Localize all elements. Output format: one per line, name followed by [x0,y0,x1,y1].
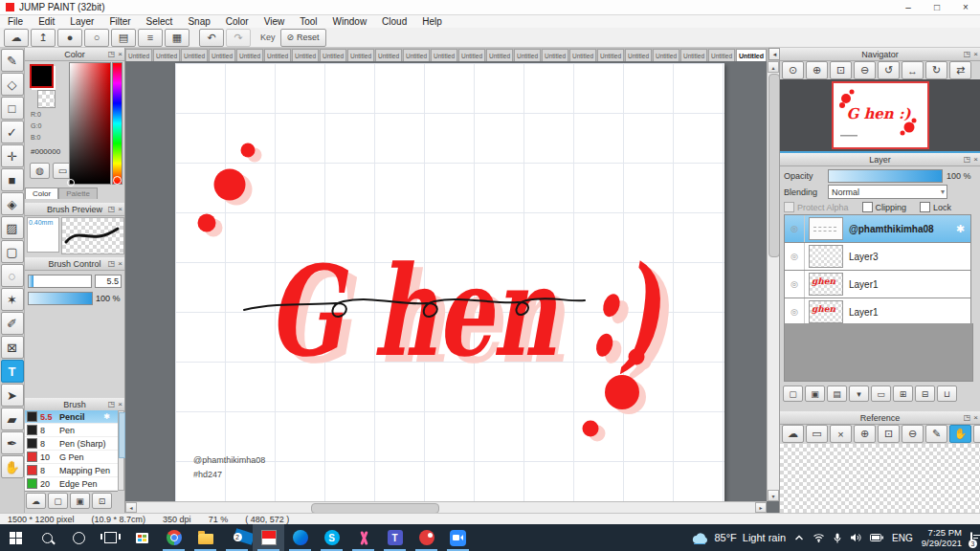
merge-layer-button[interactable]: ⊟ [915,386,935,402]
document-tab[interactable]: Untitled [514,49,541,61]
magic-wand-tool[interactable]: ✶ [1,288,24,311]
lock-checkbox[interactable]: Lock [920,202,951,212]
eraser-tool[interactable]: ◇ [1,73,24,96]
menu-item[interactable]: Cloud [374,16,414,27]
nav-zoom-in-button[interactable]: ⊕ [806,61,828,79]
rect-tool[interactable]: □ [1,97,24,120]
add-1bit-layer-button[interactable]: ▤ [827,386,847,402]
hand-tool[interactable]: ✋ [1,455,24,478]
close-icon[interactable]: × [973,155,978,164]
brush-pen-sharp[interactable]: 8 Pen (Sharp) ✱ [25,437,118,451]
scroll-left-icon[interactable]: ◂ [125,502,137,513]
scroll-right-icon[interactable]: ▸ [755,502,767,513]
nav-flip-button[interactable]: ⇄ [949,61,971,79]
ref-rotate-button[interactable]: ↻ [973,425,980,443]
foreground-color-swatch[interactable] [30,64,54,88]
menu-item[interactable]: Window [325,16,375,27]
document-tab[interactable]: Untitled [292,49,319,61]
document-tab[interactable]: Untitled [569,49,596,61]
delete-layer-button[interactable]: ⊔ [937,386,957,402]
scroll-up-icon[interactable]: ▴ [768,61,779,73]
ribbon-app-button[interactable] [347,524,379,551]
hue-cursor[interactable] [113,176,122,185]
select-pen-tool[interactable]: ✐ [1,312,24,335]
menu-item[interactable]: Select [139,16,181,27]
document-tab[interactable]: Untitled [181,49,208,61]
brush-cloud-button[interactable]: ☁ [26,493,46,509]
layer-visibility-toggle[interactable]: ◎ [785,243,805,270]
brush-settings-icon[interactable]: ✱ [103,412,110,421]
document-tab[interactable]: Untitled [403,49,430,61]
transparent-color-swatch[interactable] [37,90,56,108]
menu-item[interactable]: Snap [180,16,217,27]
document-tab[interactable]: Untitled [625,49,652,61]
document-tab[interactable]: Untitled [431,49,457,61]
blending-select[interactable]: Normal ▾ [828,185,947,199]
menu-item[interactable]: Color [218,16,256,27]
popout-icon[interactable]: ◳ [108,400,116,408]
jump-paint-button[interactable] [253,524,284,551]
layer-1b[interactable]: ◎ ghen Layer1 ✱ [784,298,971,326]
layer-phamthikimha08[interactable]: ◎ @phamthikimha08 ✱ [784,214,971,243]
document-tab[interactable]: Untitled [153,49,180,61]
nav-fit-width-button[interactable]: ↔ [902,61,924,79]
brush-script-button[interactable]: ⊡ [92,493,112,509]
add-folder-button[interactable]: ▭ [871,386,891,402]
palette-grid-button[interactable]: ▦ [165,29,189,47]
menu-item[interactable]: File [0,16,31,27]
nav-reset-rotation-button[interactable]: ↻ [925,61,947,79]
close-icon[interactable]: × [118,400,122,408]
document-tab[interactable]: Untitled [209,49,235,61]
brush-size-slider[interactable] [28,275,92,288]
document-tab[interactable]: Untitled [486,49,513,61]
brush-size-value[interactable]: 5.5 [95,275,122,288]
document-tab[interactable]: Untitled [236,49,263,61]
ref-zoom-out-button[interactable]: ⊖ [902,425,924,443]
shape-tool[interactable]: ■ [1,168,24,191]
horizontal-scrollbar[interactable]: ◂ ▸ [125,501,767,513]
cloud-button[interactable]: ☁ [4,29,29,47]
menu-item[interactable]: Layer [62,16,101,27]
settings-list-button[interactable]: ≡ [138,29,163,47]
teams-button[interactable]: T [379,524,411,551]
nav-fit-button[interactable]: ⊡ [830,61,852,79]
document-tab[interactable]: Untitled [320,49,346,61]
battery-tray-button[interactable] [870,534,883,541]
close-icon[interactable]: × [973,413,978,422]
popout-icon[interactable]: ◳ [964,413,971,422]
task-view-button[interactable] [95,524,126,551]
color-wheel-button[interactable]: ◍ [30,163,50,179]
eyedropper-tool[interactable]: ✒ [1,431,24,454]
publish-button[interactable]: ↥ [31,29,56,47]
menu-item[interactable]: Edit [31,16,62,27]
document-tab[interactable]: Untitled [542,49,568,61]
nav-zoom-out-button[interactable]: ⊖ [854,61,876,79]
popout-icon[interactable]: ◳ [108,50,116,58]
document-tab[interactable]: Untitled [375,49,402,61]
maximize-button[interactable]: □ [923,0,951,14]
layer-type-dropdown[interactable]: ▾ [849,386,869,402]
brush-new-button[interactable]: ▢ [48,493,68,509]
document-tab[interactable]: Untitled [347,49,374,61]
layer-visibility-toggle[interactable]: ◎ [785,298,805,325]
start-button[interactable] [0,524,32,551]
vertical-scrollbar[interactable]: ▴ ▾ [767,61,779,501]
saturation-value-picker[interactable] [69,62,111,185]
duplicate-layer-button[interactable]: ⊞ [893,386,913,402]
ref-hand-button[interactable]: ✋ [949,425,971,443]
curve-tool[interactable]: ✓ [1,121,24,143]
layer-visibility-toggle[interactable]: ◎ [785,215,805,242]
ref-fit-button[interactable]: ⊡ [878,425,900,443]
document-tab[interactable]: Untitled [458,49,485,61]
layer-settings-icon[interactable]: ✱ [956,223,965,235]
search-button[interactable] [32,524,63,551]
undo-button[interactable]: ↶ [199,29,224,47]
text-tool[interactable]: T [1,360,24,383]
document-tab[interactable]: Untitled [597,49,624,61]
reset-button[interactable]: ⊘ Reset [280,29,326,47]
brush-save-button[interactable]: ▣ [70,493,90,509]
cortana-button[interactable] [63,524,95,551]
document-tab[interactable]: Untitled [653,49,679,61]
ref-open-button[interactable]: ▭ [806,425,828,443]
document-canvas[interactable]: G hen :) G hen :) @phamthikimha08 #hd247 [175,63,724,501]
